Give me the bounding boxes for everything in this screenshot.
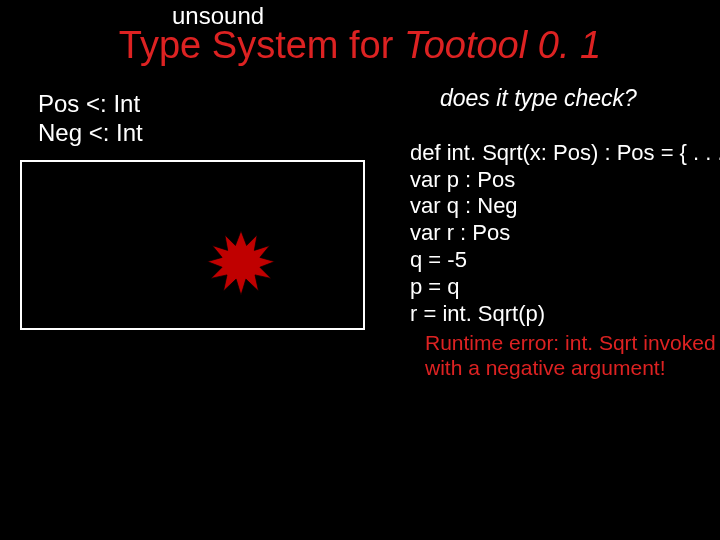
subtype-line-2: Neg <: Int [38, 119, 143, 148]
code-line-6: p = q [410, 274, 460, 299]
runtime-error: Runtime error: int. Sqrt invoked with a … [425, 330, 720, 380]
typecheck-question: does it type check? [440, 85, 637, 112]
code-line-7: r = int. Sqrt(p) [410, 301, 545, 326]
error-line-2: with a negative argument! [425, 355, 720, 380]
subtype-line-1: Pos <: Int [38, 90, 143, 119]
svg-marker-0 [207, 231, 274, 295]
title-italic: Tootool 0. 1 [404, 24, 601, 66]
error-line-1: Runtime error: int. Sqrt invoked [425, 330, 720, 355]
code-line-2: var p : Pos [410, 167, 515, 192]
code-line-5: q = -5 [410, 247, 467, 272]
code-line-3: var q : Neg [410, 193, 518, 218]
starburst-icon [202, 228, 280, 298]
figure-box [20, 160, 365, 330]
subtype-rules: Pos <: Int Neg <: Int [38, 90, 143, 148]
code-block: def int. Sqrt(x: Pos) : Pos = { . . . } … [410, 113, 720, 328]
code-line-1: def int. Sqrt(x: Pos) : Pos = { . . . } [410, 140, 720, 165]
code-line-4: var r : Pos [410, 220, 510, 245]
title-prefix: Type System for [119, 24, 404, 66]
page-title: Type System for Tootool 0. 1 [0, 24, 720, 67]
